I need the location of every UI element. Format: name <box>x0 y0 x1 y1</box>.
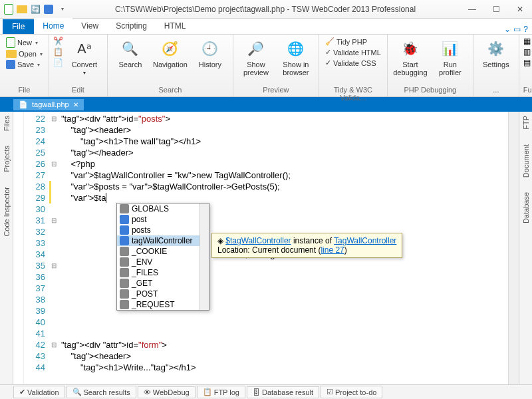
func-icon-1[interactable]: ▦ <box>523 37 531 46</box>
tab-view[interactable]: View <box>72 18 107 34</box>
copy-icon[interactable]: 📋 <box>53 47 63 57</box>
group-label-debug: PHP Debugging <box>392 86 469 95</box>
tooltip-bullet-icon: ◈ <box>217 236 225 245</box>
ribbon-minimize-icon[interactable]: ⌄ <box>504 25 511 34</box>
tooltip-var[interactable]: $tagWallController <box>225 236 291 245</box>
start-debugging-button[interactable]: 🐞Start debugging <box>392 37 429 78</box>
autocomplete-item-label: post <box>132 215 147 224</box>
dock-tab-files[interactable]: Files <box>3 114 11 132</box>
qat-refresh-icon[interactable]: 🔄 <box>29 3 41 15</box>
autocomplete-item[interactable]: _GET <box>117 278 209 289</box>
autocomplete-item-label: _GET <box>132 279 152 288</box>
autocomplete-item[interactable]: post <box>117 214 209 225</box>
document-tab[interactable]: 📄 tagwall.php ✕ <box>13 99 84 110</box>
tab-html[interactable]: HTML <box>156 18 195 34</box>
ribbon-popout-icon[interactable]: ▭ <box>513 25 521 34</box>
close-button[interactable]: ✕ <box>511 3 529 16</box>
ribbon-group-preview: 🔎Show preview 🌐Show in browser Preview <box>233 35 319 96</box>
search-button[interactable]: 🔍Search <box>112 37 149 70</box>
btab-database-result[interactable]: 🗄 Database result <box>247 386 319 398</box>
qat-save-icon[interactable] <box>43 3 55 15</box>
btab-project-todo[interactable]: ☑ Project to-do <box>321 386 382 398</box>
help-icon[interactable]: ? <box>523 25 528 34</box>
tidy-php-label: Tidy PHP <box>336 38 367 46</box>
history-button[interactable]: 🕘History <box>192 37 229 70</box>
new-label: New <box>17 39 32 47</box>
autocomplete-item[interactable]: _POST <box>117 289 209 299</box>
tooltip-class[interactable]: TagWallController <box>334 236 396 245</box>
autocomplete-item-label: _COOKIE <box>132 247 167 256</box>
variable-icon <box>120 215 129 224</box>
new-button[interactable]: New <box>4 37 45 49</box>
autocomplete-item-label: _ENV <box>132 257 152 267</box>
fold-margin[interactable]: ⊟⊟⊟⊟⊟ <box>49 112 59 384</box>
tab-home[interactable]: Home <box>34 18 72 34</box>
validate-css-button[interactable]: ✓Validate CSS <box>323 58 383 68</box>
btab-search-results[interactable]: 🔍 Search results <box>66 386 136 398</box>
autocomplete-item[interactable]: _COOKIE <box>117 246 209 257</box>
qat-dropdown-icon[interactable] <box>56 3 68 15</box>
group-label-functions: Functions <box>523 86 532 95</box>
code-editor[interactable]: 2223242526272829303132333435363738394041… <box>13 112 519 384</box>
dock-tab-database[interactable]: Database <box>522 191 530 225</box>
autocomplete-item[interactable]: _ENV <box>117 257 209 267</box>
tooltip-line-link[interactable]: line 27 <box>321 245 344 255</box>
autocomplete-item[interactable]: tagWallController <box>117 235 209 246</box>
qat-open-icon[interactable] <box>16 3 28 15</box>
ribbon-tab-strip: File Home View Scripting HTML ⌄ ▭ ? <box>0 19 532 35</box>
cut-icon[interactable]: ✂️ <box>53 37 63 46</box>
open-button[interactable]: Open <box>4 49 45 59</box>
ribbon-group-edit: ✂️ 📋 📄 Aᵃ Convert▾ Edit <box>49 35 108 96</box>
group-label-edit: Edit <box>53 86 103 95</box>
dock-tab-document[interactable]: Document <box>522 143 530 179</box>
search-icon: 🔍 <box>120 38 141 59</box>
vertical-scrollbar[interactable] <box>508 112 519 384</box>
group-label-tidy: Tidy & W3C Valida... <box>323 86 383 95</box>
navigation-label: Navigation <box>153 61 188 68</box>
maximize-button[interactable]: ☐ <box>487 3 505 16</box>
tidy-php-button[interactable]: 🧹Tidy PHP <box>323 37 383 47</box>
minimize-button[interactable]: — <box>463 3 481 16</box>
btab-webdebug[interactable]: 👁 WebDebug <box>138 386 196 398</box>
title-bar: 🔄 C:\TSW\Web\Projects\Demo project\tagwa… <box>0 0 532 19</box>
show-in-browser-button[interactable]: 🌐Show in browser <box>277 37 315 78</box>
func-icon-3[interactable]: ▤ <box>523 58 531 67</box>
settings-button[interactable]: ⚙️Settings <box>477 37 515 70</box>
navigation-button[interactable]: 🧭Navigation <box>152 37 189 70</box>
btab-search-label: Search results <box>84 388 130 396</box>
dock-tab-code-inspector[interactable]: Code Inspector <box>3 186 11 238</box>
document-tab-close-icon[interactable]: ✕ <box>73 101 78 108</box>
paste-icon[interactable]: 📄 <box>53 58 63 67</box>
autocomplete-item[interactable]: _REQUEST <box>117 299 209 310</box>
line-numbers: 2223242526272829303132333435363738394041… <box>24 112 49 384</box>
show-preview-button[interactable]: 🔎Show preview <box>237 37 275 78</box>
convert-label: Convert <box>72 61 98 68</box>
autocomplete-item-label: _POST <box>132 289 158 299</box>
autocomplete-item[interactable]: _FILES <box>117 267 209 278</box>
btab-validation[interactable]: ✔ Validation <box>13 386 65 398</box>
autocomplete-scrollbar[interactable] <box>200 203 209 310</box>
run-profiler-label: Run profiler <box>439 61 462 76</box>
tab-scripting[interactable]: Scripting <box>107 18 156 34</box>
ribbon-group-file: New Open Save File <box>0 35 49 96</box>
search-label: Search <box>118 61 142 68</box>
convert-button[interactable]: Aᵃ Convert▾ <box>66 37 103 77</box>
func-icon-2[interactable]: ▥ <box>523 47 531 57</box>
dock-tab-projects[interactable]: Projects <box>3 144 11 174</box>
autocomplete-item[interactable]: GLOBALS <box>117 203 209 214</box>
qat-new-icon[interactable] <box>3 3 15 15</box>
validate-html-button[interactable]: ✓Validate HTML <box>323 47 383 57</box>
dock-tab-ftp[interactable]: FTP <box>522 114 530 131</box>
document-tab-bar: 📄 tagwall.php ✕ <box>0 97 532 112</box>
settings-label: Settings <box>483 61 509 68</box>
btab-ftp-log[interactable]: 📋 FTP log <box>197 386 245 398</box>
autocomplete-item[interactable]: posts <box>117 225 209 235</box>
history-icon: 🕘 <box>200 38 221 59</box>
file-tab[interactable]: File <box>3 19 34 34</box>
history-label: History <box>199 61 221 68</box>
quick-access-toolbar: 🔄 <box>3 3 68 15</box>
run-profiler-button[interactable]: 📊Run profiler <box>432 37 469 78</box>
save-button[interactable]: Save <box>4 59 45 70</box>
profiler-icon: 📊 <box>440 38 461 59</box>
tooltip-loc-label: Location: Current document ( <box>217 245 321 255</box>
